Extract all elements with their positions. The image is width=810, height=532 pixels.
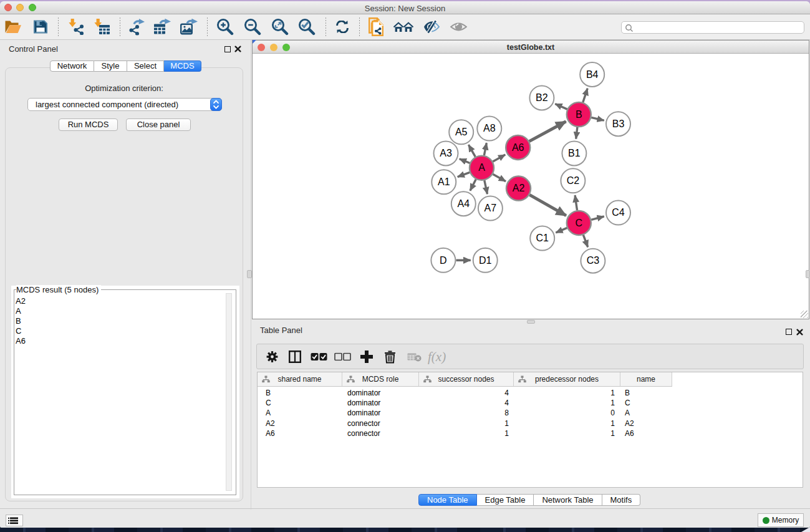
svg-text:B: B	[576, 109, 582, 120]
svg-text:A4: A4	[458, 198, 470, 209]
svg-text:D1: D1	[479, 255, 492, 266]
svg-text:A3: A3	[440, 148, 452, 158]
svg-text:C1: C1	[536, 233, 549, 243]
svg-text:D: D	[440, 255, 447, 266]
svg-text:B4: B4	[586, 69, 599, 80]
svg-text:C: C	[576, 218, 583, 228]
svg-text:B2: B2	[536, 92, 548, 103]
svg-text:f(x): f(x)	[428, 349, 446, 364]
svg-text:A8: A8	[483, 123, 496, 133]
svg-text:C2: C2	[567, 175, 580, 186]
svg-text:A5: A5	[455, 127, 468, 137]
svg-text:A1: A1	[438, 177, 450, 187]
svg-text:C4: C4	[612, 207, 625, 218]
svg-text:C3: C3	[587, 255, 600, 266]
svg-text:A7: A7	[485, 203, 497, 213]
svg-text:A6: A6	[512, 142, 524, 153]
svg-text:A2: A2	[513, 183, 525, 193]
svg-text:B1: B1	[568, 148, 581, 158]
svg-text:B3: B3	[612, 118, 625, 129]
svg-text:A: A	[478, 162, 485, 173]
